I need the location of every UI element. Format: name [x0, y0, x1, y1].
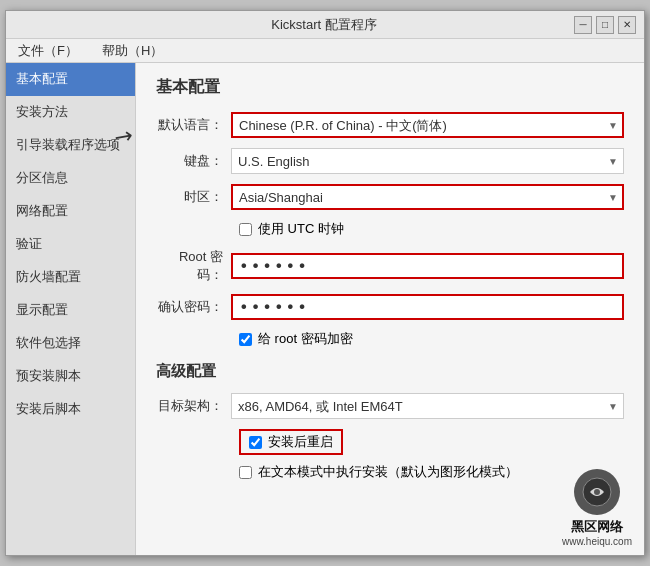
- root-password-wrapper: [231, 253, 624, 279]
- lang-dropdown-wrapper: Chinese (P.R. of China) - 中文(简体) ▼: [231, 112, 624, 138]
- utc-label: 使用 UTC 时钟: [258, 220, 344, 238]
- utc-row: 使用 UTC 时钟: [156, 220, 624, 238]
- sidebar-item-display[interactable]: 显示配置: [6, 294, 135, 327]
- watermark-url: www.heiqu.com: [562, 536, 632, 547]
- sidebar-item-basic[interactable]: 基本配置: [6, 63, 135, 96]
- lang-label: 默认语言：: [156, 116, 231, 134]
- arch-dropdown[interactable]: x86, AMD64, 或 Intel EM64T: [231, 393, 624, 419]
- svg-point-1: [594, 489, 600, 495]
- timezone-dropdown-wrapper: Asia/Shanghai ▼: [231, 184, 624, 210]
- keyboard-label: 键盘：: [156, 152, 231, 170]
- sidebar-item-pre-script[interactable]: 预安装脚本: [6, 360, 135, 393]
- reboot-checkbox[interactable]: [249, 436, 262, 449]
- sidebar: 基本配置 安装方法 引导装载程序选项 分区信息 网络配置 验证 防火墙配置 显示…: [6, 63, 136, 555]
- help-menu[interactable]: 帮助（H）: [98, 41, 167, 61]
- reboot-label: 安装后重启: [268, 433, 333, 451]
- utc-checkbox[interactable]: [239, 223, 252, 236]
- sidebar-item-packages[interactable]: 软件包选择: [6, 327, 135, 360]
- arch-dropdown-wrapper: x86, AMD64, 或 Intel EM64T ▼: [231, 393, 624, 419]
- timezone-dropdown[interactable]: Asia/Shanghai: [231, 184, 624, 210]
- timezone-label: 时区：: [156, 188, 231, 206]
- text-mode-checkbox[interactable]: [239, 466, 252, 479]
- keyboard-dropdown[interactable]: U.S. English: [231, 148, 624, 174]
- encrypt-label: 给 root 密码加密: [258, 330, 353, 348]
- watermark: 黑区网络 www.heiqu.com: [562, 469, 632, 547]
- text-mode-row: 在文本模式中执行安装（默认为图形化模式）: [156, 463, 624, 481]
- watermark-logo-icon: [582, 477, 612, 507]
- close-button[interactable]: ✕: [618, 16, 636, 34]
- keyboard-dropdown-wrapper: U.S. English ▼: [231, 148, 624, 174]
- watermark-site: 黑区网络: [571, 518, 623, 536]
- sidebar-item-auth[interactable]: 验证: [6, 228, 135, 261]
- confirm-password-input[interactable]: [231, 294, 624, 320]
- minimize-button[interactable]: ─: [574, 16, 592, 34]
- advanced-title: 高级配置: [156, 362, 624, 381]
- reboot-row: 安装后重启: [156, 429, 624, 455]
- root-password-input[interactable]: [231, 253, 624, 279]
- sidebar-item-post-script[interactable]: 安装后脚本: [6, 393, 135, 426]
- sidebar-item-partition[interactable]: 分区信息: [6, 162, 135, 195]
- sidebar-item-network[interactable]: 网络配置: [6, 195, 135, 228]
- confirm-password-label: 确认密码：: [156, 298, 231, 316]
- text-mode-label: 在文本模式中执行安装（默认为图形化模式）: [258, 463, 518, 481]
- file-menu[interactable]: 文件（F）: [14, 41, 82, 61]
- window-title: Kickstart 配置程序: [74, 16, 574, 34]
- reboot-label-box: 安装后重启: [239, 429, 343, 455]
- arch-label: 目标架构：: [156, 397, 231, 415]
- maximize-button[interactable]: □: [596, 16, 614, 34]
- sidebar-item-install-method[interactable]: 安装方法: [6, 96, 135, 129]
- sidebar-item-bootloader[interactable]: 引导装载程序选项: [6, 129, 135, 162]
- root-password-label: Root 密码：: [156, 248, 231, 284]
- encrypt-row: 给 root 密码加密: [156, 330, 624, 348]
- sidebar-item-firewall[interactable]: 防火墙配置: [6, 261, 135, 294]
- encrypt-checkbox[interactable]: [239, 333, 252, 346]
- section-title: 基本配置: [156, 77, 624, 98]
- confirm-password-wrapper: [231, 294, 624, 320]
- lang-dropdown[interactable]: Chinese (P.R. of China) - 中文(简体): [231, 112, 624, 138]
